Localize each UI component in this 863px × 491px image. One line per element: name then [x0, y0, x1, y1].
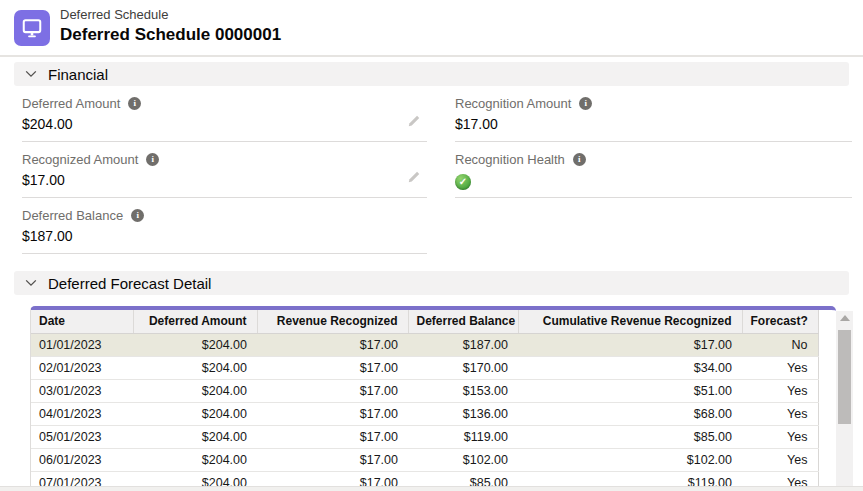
- table-cell: $17.00: [257, 333, 408, 356]
- table-cell: $153.00: [408, 379, 518, 402]
- field-deferred-amount: Deferred Amount i $204.00: [22, 86, 427, 142]
- table-cell: Yes: [742, 448, 818, 471]
- table-row[interactable]: 02/01/2023$204.00$17.00$170.00$34.00Yes: [31, 356, 818, 379]
- table-header-row: DateDeferred AmountRevenue RecognizedDef…: [31, 310, 818, 333]
- info-icon[interactable]: i: [573, 153, 586, 166]
- scrollbar-thumb[interactable]: [838, 330, 851, 424]
- vertical-scrollbar[interactable]: [836, 311, 853, 486]
- table-cell: $17.00: [257, 425, 408, 448]
- table-cell: Yes: [742, 379, 818, 402]
- table-cell: $51.00: [518, 379, 742, 402]
- edit-pencil-button[interactable]: [407, 114, 421, 132]
- table-cell: 05/01/2023: [31, 425, 133, 448]
- table-cell: $187.00: [408, 333, 518, 356]
- financial-fields: Deferred Amount i $204.00 Recognition Am…: [0, 86, 863, 254]
- table-cell: $204.00: [133, 471, 257, 486]
- table-row[interactable]: 03/01/2023$204.00$17.00$153.00$51.00Yes: [31, 379, 818, 402]
- table-row[interactable]: 05/01/2023$204.00$17.00$119.00$85.00Yes: [31, 425, 818, 448]
- field-value: $204.00: [22, 115, 427, 142]
- column-header-deferred-amount[interactable]: Deferred Amount: [133, 310, 257, 333]
- table-cell: $17.00: [257, 379, 408, 402]
- field-recognized-amount: Recognized Amount i $17.00: [22, 142, 427, 198]
- forecast-table-container: DateDeferred AmountRevenue RecognizedDef…: [30, 306, 853, 486]
- table-cell: 04/01/2023: [31, 402, 133, 425]
- table-cell: $17.00: [257, 402, 408, 425]
- table-cell: 07/01/2023: [31, 471, 133, 486]
- table-cell: $102.00: [518, 448, 742, 471]
- chevron-down-icon: [24, 276, 38, 290]
- table-cell: 01/01/2023: [31, 333, 133, 356]
- object-label: Deferred Schedule: [60, 7, 281, 23]
- table-cell: $204.00: [133, 448, 257, 471]
- info-icon[interactable]: i: [131, 209, 144, 222]
- section-title: Deferred Forecast Detail: [48, 275, 211, 292]
- field-value: $17.00: [22, 171, 427, 198]
- column-header-date[interactable]: Date: [31, 310, 133, 333]
- table-cell: 03/01/2023: [31, 379, 133, 402]
- table-cell: Yes: [742, 425, 818, 448]
- table-cell: Yes: [742, 471, 818, 486]
- column-header-cumulative-revenue-recognized[interactable]: Cumulative Revenue Recognized: [518, 310, 742, 333]
- table-cell: $85.00: [408, 471, 518, 486]
- field-value: ✓: [455, 171, 852, 198]
- table-cell: 02/01/2023: [31, 356, 133, 379]
- field-recognition-health: Recognition Health i ✓: [455, 142, 852, 198]
- column-header-deferred-balance[interactable]: Deferred Balance: [408, 310, 518, 333]
- edit-pencil-button[interactable]: [407, 170, 421, 188]
- field-label: Recognized Amount: [22, 152, 138, 167]
- table-cell: $204.00: [133, 379, 257, 402]
- bottom-edge-strip: [0, 486, 863, 491]
- table-cell: Yes: [742, 402, 818, 425]
- column-header-forecast-[interactable]: Forecast?: [742, 310, 818, 333]
- table-cell: $34.00: [518, 356, 742, 379]
- table-cell: $68.00: [518, 402, 742, 425]
- field-deferred-balance: Deferred Balance i $187.00: [22, 198, 427, 254]
- table-cell: Yes: [742, 356, 818, 379]
- field-label: Deferred Amount: [22, 96, 120, 111]
- field-label: Deferred Balance: [22, 208, 123, 223]
- table-cell: $85.00: [518, 425, 742, 448]
- green-check-icon: ✓: [455, 174, 471, 190]
- field-value: $17.00: [455, 115, 852, 142]
- desktop-monitor-icon: [14, 10, 50, 46]
- field-recognition-amount: Recognition Amount i $17.00: [455, 86, 852, 142]
- table-cell: $17.00: [257, 471, 408, 486]
- table-cell: $204.00: [133, 356, 257, 379]
- table-cell: $17.00: [257, 448, 408, 471]
- table-cell: $170.00: [408, 356, 518, 379]
- section-header-forecast[interactable]: Deferred Forecast Detail: [14, 271, 849, 295]
- info-icon[interactable]: i: [579, 97, 592, 110]
- table-cell: $204.00: [133, 333, 257, 356]
- table-cell: $119.00: [408, 425, 518, 448]
- field-label: Recognition Health: [455, 152, 565, 167]
- table-cell: $204.00: [133, 402, 257, 425]
- table-cell: No: [742, 333, 818, 356]
- table-cell: 06/01/2023: [31, 448, 133, 471]
- chevron-down-icon: [24, 67, 38, 81]
- record-header: Deferred Schedule Deferred Schedule 0000…: [0, 0, 863, 57]
- table-cell: $102.00: [408, 448, 518, 471]
- field-label: Recognition Amount: [455, 96, 571, 111]
- table-row[interactable]: 06/01/2023$204.00$17.00$102.00$102.00Yes: [31, 448, 818, 471]
- info-icon[interactable]: i: [128, 97, 141, 110]
- section-title: Financial: [48, 66, 108, 83]
- table-cell: $136.00: [408, 402, 518, 425]
- section-header-financial[interactable]: Financial: [14, 62, 849, 86]
- table-row[interactable]: 04/01/2023$204.00$17.00$136.00$68.00Yes: [31, 402, 818, 425]
- scroll-up-button[interactable]: [840, 315, 850, 321]
- info-icon[interactable]: i: [146, 153, 159, 166]
- table-cell: $204.00: [133, 425, 257, 448]
- table-row[interactable]: 07/01/2023$204.00$17.00$85.00$119.00Yes: [31, 471, 818, 486]
- forecast-table: DateDeferred AmountRevenue RecognizedDef…: [31, 310, 819, 486]
- field-value: $187.00: [22, 227, 427, 254]
- table-row[interactable]: 01/01/2023$204.00$17.00$187.00$17.00No: [31, 333, 818, 356]
- table-cell: $17.00: [257, 356, 408, 379]
- page-title: Deferred Schedule 0000001: [60, 23, 281, 47]
- table-cell: $119.00: [518, 471, 742, 486]
- column-header-revenue-recognized[interactable]: Revenue Recognized: [257, 310, 408, 333]
- table-cell: $17.00: [518, 333, 742, 356]
